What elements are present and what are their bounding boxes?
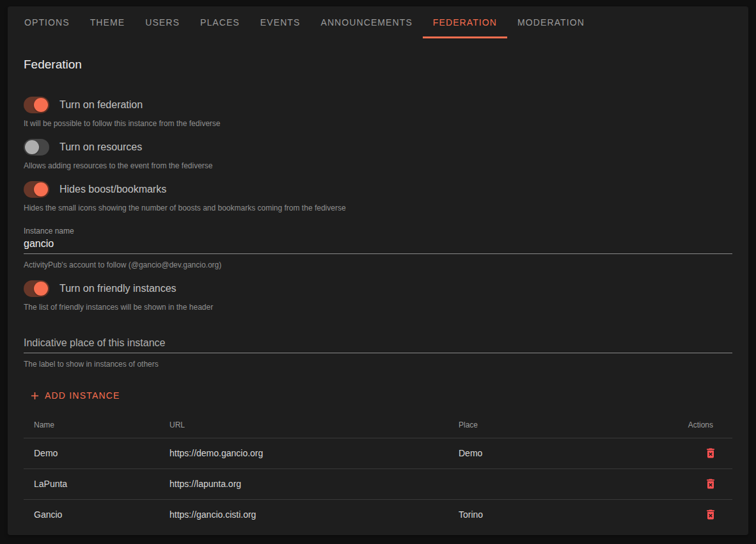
toggle-thumb — [34, 282, 48, 296]
resources-toggle[interactable] — [24, 139, 49, 156]
add-instance-button[interactable]: ADD INSTANCE — [24, 384, 125, 407]
column-header-actions: Actions — [670, 412, 732, 438]
trash-x-icon — [704, 477, 717, 490]
delete-instance-button[interactable] — [699, 503, 722, 526]
tab-federation[interactable]: FEDERATION — [423, 6, 507, 38]
instance-url-cell: https://demo.gancio.org — [159, 438, 448, 468]
table-row: LaPunta https://lapunta.org — [24, 468, 732, 499]
tab-theme[interactable]: THEME — [80, 6, 136, 38]
instance-name-cell: Gancio — [24, 499, 159, 530]
friendly-instances-toggle[interactable] — [24, 280, 49, 297]
instance-name-cell: LaPunta — [24, 468, 159, 499]
federation-toggle-hint: It will be possible to follow this insta… — [24, 119, 732, 128]
federation-toggle[interactable] — [24, 97, 49, 113]
instance-place-cell: Demo — [448, 438, 670, 468]
setting-turn-on-resources: Turn on resources Allows adding resource… — [24, 138, 732, 170]
tab-places[interactable]: PLACES — [190, 6, 250, 38]
table-header-row: Name URL Place Actions — [24, 412, 732, 438]
tab-moderation[interactable]: MODERATION — [507, 6, 595, 38]
instance-name-cell: Demo — [24, 438, 159, 468]
column-header-place: Place — [448, 412, 670, 438]
table-row: Gancio https://gancio.cisti.org Torino — [24, 499, 732, 530]
federation-settings-panel: Federation Turn on federation It will be… — [8, 58, 748, 530]
page-title: Federation — [24, 58, 732, 72]
admin-tab-bar: OPTIONS THEME USERS PLACES EVENTS ANNOUN… — [8, 6, 748, 38]
instance-place-cell — [448, 468, 670, 499]
instance-name-label: Instance name — [24, 227, 732, 236]
instance-name-input[interactable] — [24, 236, 732, 254]
delete-instance-button[interactable] — [699, 442, 722, 465]
instance-url-cell: https://gancio.cisti.org — [159, 499, 448, 530]
instance-name-field: Instance name ActivityPub's account to f… — [24, 227, 732, 269]
tab-events[interactable]: EVENTS — [250, 6, 311, 38]
tab-users[interactable]: USERS — [135, 6, 190, 38]
friendly-instances-toggle-hint: The list of friendly instances will be s… — [24, 303, 732, 312]
trash-x-icon — [704, 447, 717, 460]
instance-place-input[interactable] — [24, 335, 732, 353]
tab-options[interactable]: OPTIONS — [14, 6, 80, 38]
setting-turn-on-friendly-instances: Turn on friendly instances The list of f… — [24, 280, 732, 312]
instance-url-cell: https://lapunta.org — [159, 468, 448, 499]
trash-x-icon — [704, 508, 717, 521]
table-row: Demo https://demo.gancio.org Demo — [24, 438, 732, 468]
friendly-instances-toggle-label[interactable]: Turn on friendly instances — [59, 283, 177, 294]
instance-place-cell: Torino — [448, 499, 670, 530]
tab-announcements[interactable]: ANNOUNCEMENTS — [310, 6, 422, 38]
toggle-thumb — [25, 140, 39, 154]
boost-toggle-label[interactable]: Hides boost/bookmarks — [59, 184, 166, 195]
column-header-name: Name — [24, 412, 159, 438]
instance-place-field: The label to show in instances of others — [24, 335, 732, 369]
boost-toggle[interactable] — [24, 181, 49, 198]
toggle-thumb — [34, 98, 48, 112]
add-instance-button-label: ADD INSTANCE — [45, 390, 120, 401]
resources-toggle-label[interactable]: Turn on resources — [59, 141, 142, 153]
setting-turn-on-federation: Turn on federation It will be possible t… — [24, 96, 732, 128]
delete-instance-button[interactable] — [699, 472, 722, 495]
admin-settings-card: OPTIONS THEME USERS PLACES EVENTS ANNOUN… — [8, 6, 748, 535]
resources-toggle-hint: Allows adding resources to the event fro… — [24, 161, 732, 170]
instance-place-hint: The label to show in instances of others — [24, 360, 732, 369]
setting-hides-boost-bookmarks: Hides boost/bookmarks Hides the small ic… — [24, 180, 732, 212]
instance-name-hint: ActivityPub's account to follow (@gancio… — [24, 260, 732, 269]
federation-toggle-label[interactable]: Turn on federation — [59, 99, 143, 111]
boost-toggle-hint: Hides the small icons showing the number… — [24, 204, 732, 212]
trusted-instances-table: Name URL Place Actions Demo https://demo… — [24, 412, 732, 530]
plus-icon — [29, 390, 41, 402]
toggle-thumb — [34, 182, 48, 196]
column-header-url: URL — [159, 412, 448, 438]
